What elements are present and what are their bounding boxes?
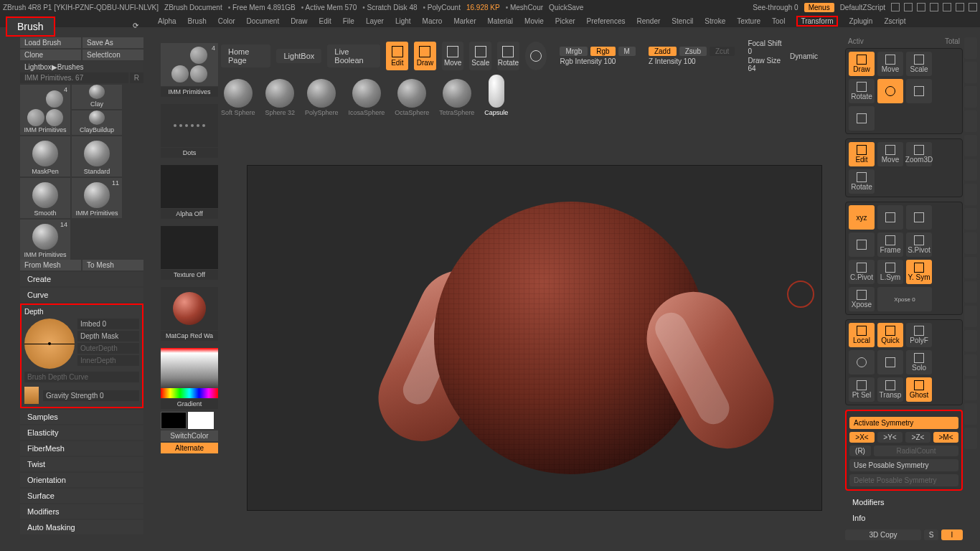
alternate-button[interactable]: Alternate (161, 443, 218, 453)
section-orientation[interactable]: Orientation (20, 473, 143, 487)
tray-item[interactable] (964, 232, 977, 254)
tray-transp[interactable] (964, 379, 977, 400)
dock-scale[interactable]: Scale (906, 52, 932, 76)
zcut-button[interactable]: Zcut (710, 47, 735, 56)
brush-clay[interactable]: Clay (72, 85, 122, 109)
prim-sphere32[interactable]: Sphere 32 (265, 79, 296, 116)
dock-move2[interactable]: Move (877, 142, 903, 166)
dock-g3-1[interactable] (877, 205, 903, 230)
menus-button[interactable]: Menus (804, 3, 834, 12)
imbed-slider[interactable]: Imbed 0 (77, 319, 139, 329)
tray-item[interactable] (964, 62, 977, 83)
tray-item[interactable] (964, 86, 977, 108)
seethrough-slider[interactable]: See-through 0 (753, 4, 798, 11)
minimize-icon[interactable] (943, 3, 951, 11)
swatch-white[interactable] (188, 412, 214, 429)
menu-stroke[interactable]: Stroke (705, 17, 725, 25)
menu-transform[interactable]: Transform (796, 16, 837, 27)
maximize-icon[interactable] (956, 3, 964, 11)
dock-draw[interactable]: Draw (849, 52, 875, 76)
prim-icosasphere[interactable]: IcosaSphere (349, 79, 385, 116)
texture-preview[interactable] (161, 226, 218, 269)
i-button[interactable]: I (941, 529, 963, 540)
switchcolor-button[interactable]: SwitchColor (161, 430, 218, 441)
tray-item[interactable] (964, 330, 977, 352)
dock-zoom3d[interactable]: Zoom3D (906, 142, 932, 166)
tray-xpose[interactable] (964, 428, 977, 449)
dock-spivot[interactable]: S.Pivot (906, 232, 932, 257)
section-modifiers-r[interactable]: Modifiers (845, 495, 963, 509)
menu-light[interactable]: Light (395, 17, 411, 25)
brush-depth-curve[interactable]: Brush Depth Curve (24, 372, 139, 382)
radial-count[interactable]: RadialCount (874, 446, 958, 456)
float-icon[interactable] (891, 3, 900, 11)
delete-posable-symmetry-button[interactable]: Delete Posable Symmetry (849, 474, 958, 486)
menu-picker[interactable]: Picker (555, 17, 575, 25)
dock-edit2[interactable] (906, 79, 932, 103)
section-samples[interactable]: Samples (20, 410, 143, 424)
edit-mode-button[interactable]: Edit (386, 42, 408, 70)
quicksave-button[interactable]: QuickSave (549, 4, 583, 11)
dock-g3-2[interactable] (906, 205, 932, 230)
dock-sphere[interactable] (877, 79, 903, 103)
document-viewport[interactable] (247, 165, 822, 511)
sym-r-button[interactable]: (R) (849, 446, 871, 456)
lightbox-button[interactable]: LightBox (276, 49, 321, 63)
tray-item[interactable] (964, 159, 977, 181)
lock-icon[interactable] (917, 3, 925, 11)
gradient-label[interactable]: Gradient (161, 399, 218, 409)
menu-movie[interactable]: Movie (524, 17, 544, 25)
dock-rotate2[interactable]: Rotate (849, 169, 875, 194)
gravity-slider[interactable]: Gravity Strength 0 (43, 390, 139, 401)
material-preview[interactable] (161, 287, 218, 330)
brush-imm-3[interactable]: 14IMM Primitives (20, 220, 70, 260)
hide-icon[interactable] (904, 3, 913, 11)
color-picker[interactable] (161, 348, 218, 398)
refresh-icon[interactable]: ⟳ (133, 22, 138, 29)
dock-g3-3[interactable] (849, 232, 875, 257)
dock-quick[interactable]: Quick (877, 323, 903, 347)
depth-mask-button[interactable]: Depth Mask (77, 331, 139, 342)
dock-xpose[interactable]: Xpose (849, 287, 875, 311)
menu-document[interactable]: Document (247, 17, 280, 25)
section-info[interactable]: Info (845, 511, 963, 525)
alpha-preview[interactable] (161, 165, 218, 208)
menu-edit[interactable]: Edit (319, 17, 331, 25)
menu-zscript[interactable]: Zscript (884, 17, 905, 25)
dock-rotate[interactable]: Rotate (849, 79, 875, 103)
tray-item[interactable] (964, 184, 977, 205)
dock-edit[interactable]: Edit (849, 142, 875, 166)
tray-solo[interactable] (964, 403, 977, 425)
menu-zplugin[interactable]: Zplugin (849, 17, 873, 25)
prim-softsphere[interactable]: Soft Sphere (221, 79, 255, 116)
zadd-button[interactable]: Zadd (649, 47, 677, 56)
rgb-intensity-slider[interactable]: Rgb Intensity 100 (560, 57, 636, 65)
section-elasticity[interactable]: Elasticity (20, 425, 143, 440)
menu-draw[interactable]: Draw (291, 17, 307, 25)
load-brush-button[interactable]: Load Brush (20, 37, 81, 48)
tray-item[interactable] (964, 110, 977, 132)
rgb-button[interactable]: Rgb (590, 47, 615, 56)
menu-marker[interactable]: Marker (453, 17, 476, 25)
menu-file[interactable]: File (343, 17, 354, 25)
tray-item[interactable] (964, 37, 977, 59)
xpose-slider[interactable]: Xpose 0 (877, 287, 932, 311)
activate-symmetry-button[interactable]: Activate Symmetry (849, 417, 958, 429)
use-posable-symmetry-button[interactable]: Use Posable Symmetry (849, 459, 958, 471)
dock-ptsel[interactable]: Pt Sel (849, 377, 875, 402)
stroke-preview[interactable] (161, 104, 218, 147)
focal-shift-slider[interactable]: Focal Shift 0 (748, 39, 784, 55)
gizmo-button[interactable] (525, 42, 547, 70)
menu-color[interactable]: Color (218, 17, 235, 25)
dock-ghost[interactable]: Ghost (906, 377, 932, 402)
restore-icon[interactable] (930, 3, 938, 11)
dock-move[interactable]: Move (877, 52, 903, 76)
dock-local[interactable]: Local (849, 323, 875, 347)
clone-button[interactable]: Clone (20, 50, 81, 60)
dock-xyz[interactable]: xyz (849, 205, 875, 230)
dock-g4-4[interactable] (877, 350, 903, 375)
brush-imm-primitives[interactable]: 4IMM Primitives (20, 85, 70, 135)
close-icon[interactable] (969, 3, 977, 11)
menu-render[interactable]: Render (637, 17, 661, 25)
dock-solo[interactable]: Solo (906, 350, 932, 375)
